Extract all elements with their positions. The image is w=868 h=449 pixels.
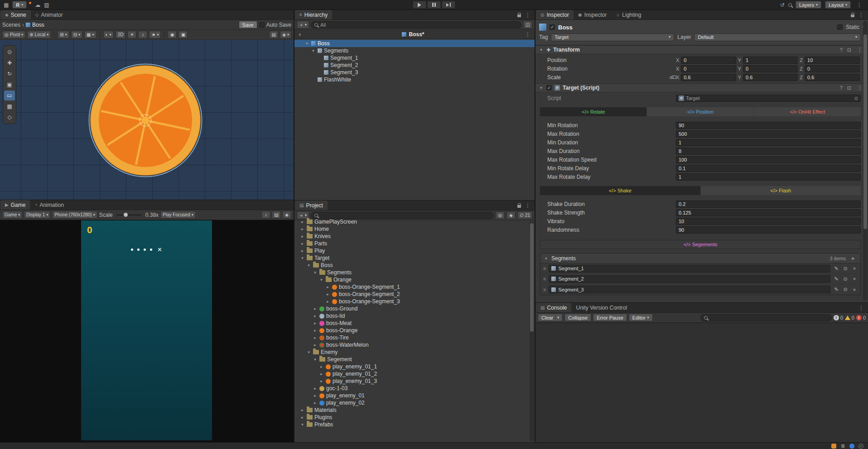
project-item-boss-Orange-Segment_3[interactable]: ▸boss-Orange-Segment_3 [294,298,529,305]
project-item-Target[interactable]: ▾Target [294,254,529,262]
cloud-icon[interactable]: ☁ [35,2,40,8]
object-picker-icon[interactable]: ⊙ [842,276,849,282]
lock-icon[interactable] [517,14,521,17]
transform-scale-x-field[interactable]: 0.6 [681,74,736,81]
foldout-icon[interactable]: ▸ [300,415,305,420]
console-log-area[interactable] [535,323,868,442]
mute-audio-icon[interactable]: ♪ [261,211,270,219]
tab-scene[interactable]: ◈Scene [0,10,31,19]
view-tool-icon[interactable]: ⊙ [4,47,15,57]
console-menu-icon[interactable]: ⋮ [856,305,866,311]
randomness-field[interactable]: 90 [676,226,861,234]
save-button[interactable]: Save [239,21,257,29]
scene-visibility-icon[interactable]: ◫ [523,21,532,29]
custom-tool-icon[interactable]: ◇ [4,112,15,122]
foldout-icon[interactable]: ▸ [300,248,305,253]
segments-list-row-Segment_1[interactable]: ≡Segment_1✎⊙× [540,263,860,274]
resolution-dropdown[interactable]: Phone (760x1280)▾ [52,211,97,219]
project-item-Boss[interactable]: ▾Boss [294,262,529,269]
project-item-boss-lid[interactable]: ▸boss-lid [294,312,529,320]
rotate-tab[interactable]: </> Rotate [540,107,646,116]
hierarchy-menu-icon[interactable]: ⋮ [523,12,533,18]
step-button[interactable] [442,1,455,9]
segments-list-row-Segment_3[interactable]: ≡Segment_3✎⊙× [540,284,860,295]
min-rotation-field[interactable]: 90 [676,122,861,129]
error-count-badge[interactable]: !0 [856,315,866,320]
foldout-icon[interactable]: ▸ [313,343,318,347]
breadcrumb-current[interactable]: Boss [32,22,44,28]
create-object-button[interactable]: ＋▾ [297,21,309,29]
project-item-play_enemy_01_1[interactable]: ▸play_enemy_01_1 [294,363,529,370]
game-screen[interactable]: 0 ✕ [81,220,212,440]
help-icon[interactable]: ? [839,85,844,91]
project-item-play_enemy_01[interactable]: ▸play_enemy_01 [294,392,529,399]
help-icon[interactable]: ? [839,47,844,53]
foldout-icon[interactable]: ▾ [306,263,311,267]
app-menu-icon[interactable]: ▦ [4,2,9,8]
project-item-goc-1-03[interactable]: ▸goc-1-03 [294,385,529,392]
inspector-scrollbar-thumb[interactable] [863,34,867,229]
foldout-icon[interactable]: ▸ [313,386,318,391]
foldout-icon[interactable]: ▸ [325,285,330,289]
project-item-Segments[interactable]: ▾Segments [294,269,529,276]
add-item-button[interactable]: ＋ [849,254,857,263]
hierarchy-item-Segment_3[interactable]: Segment_3 [294,69,535,76]
project-menu-icon[interactable]: ⋮ [523,202,533,209]
foldout-icon[interactable]: ▸ [325,299,330,304]
project-item-Plugins[interactable]: ▸Plugins [294,414,529,421]
transform-tool-icon[interactable]: ▦ [4,101,15,111]
tab-inspector-1[interactable]: ◎Inspector [536,10,574,19]
warning-count-badge[interactable]: 0 [845,315,854,320]
toolbar-more-icon[interactable]: ⋮ [854,2,864,8]
foldout-icon[interactable]: ▾ [313,357,318,362]
inspector-scrollbar[interactable] [863,21,868,301]
transform-rotation-y-field[interactable]: 0 [743,65,798,72]
2d-toggle[interactable]: 2D [116,31,126,38]
foldout-icon[interactable]: ▸ [300,241,305,246]
drag-handle-icon[interactable]: ≡ [543,287,546,292]
object-picker-icon[interactable]: ⊙ [842,266,849,272]
tab-project[interactable]: ▤Project [295,201,328,210]
remove-icon[interactable]: × [851,276,858,282]
hidden-objects-icon[interactable]: ◉ [168,31,177,38]
effects-icon[interactable]: ★▾ [149,31,161,38]
drag-handle-icon[interactable]: ≡ [543,266,546,271]
project-item-boss-Ground[interactable]: ▸boss-Ground [294,305,529,312]
editor-dropdown[interactable]: Editor▾ [629,314,653,321]
project-item-Parts[interactable]: ▸Parts [294,240,529,247]
foldout-icon[interactable]: ▸ [313,314,318,318]
scale-slider[interactable] [116,215,142,215]
flash-tab[interactable]: </> Flash [701,186,861,195]
tab-animator[interactable]: ◇Animator [31,10,68,19]
hierarchy-item-Segments[interactable]: ▾Segments [294,47,535,54]
project-item-play_enemy_02[interactable]: ▸play_enemy_02 [294,399,529,406]
vibrato-field[interactable]: 10 [676,218,861,225]
prefab-back-button[interactable]: ‹ [296,31,304,38]
breadcrumb-root[interactable]: Scenes [2,22,20,28]
foldout-icon[interactable]: ▸ [313,306,318,311]
foldout-icon[interactable]: ▸ [300,220,305,224]
onhit-effect-tab[interactable]: </> OnHit Effect [754,107,861,116]
foldout-icon[interactable]: ▸ [313,321,318,325]
cloud-status-icon[interactable] [849,444,854,449]
project-item-GamePlayScreen[interactable]: ▸GamePlayScreen [294,218,529,225]
transform-rotation-x-field[interactable]: 0 [681,65,736,72]
edit-icon[interactable]: ✎ [833,266,839,272]
stats-icon[interactable]: ▤ [272,211,281,219]
project-item-boss-Meat[interactable]: ▸boss-Meat [294,320,529,327]
transform-scale-y-field[interactable]: 0.6 [743,74,798,81]
edit-icon[interactable]: ✎ [833,287,839,292]
project-item-Materials[interactable]: ▸Materials [294,406,529,414]
project-item-boss-Orange-Segment_2[interactable]: ▸boss-Orange-Segment_2 [294,291,529,298]
hierarchy-item-Segment_1[interactable]: Segment_1 [294,54,535,62]
segment-object-field[interactable]: Segment_2 [549,275,830,283]
lock-icon[interactable] [517,205,521,208]
foldout-icon[interactable]: ▸ [313,328,318,333]
foldout-icon[interactable]: ▾ [304,41,309,46]
account-button[interactable]: R▾ [12,1,27,9]
shake-tab[interactable]: </> Shake [540,186,700,195]
tab-version-control[interactable]: Unity Version Control [571,303,632,312]
segments-section-button[interactable]: </> Segements [540,240,861,249]
foldout-icon[interactable]: ▸ [313,393,318,398]
rotate-tool-icon[interactable]: ↻ [4,69,15,79]
